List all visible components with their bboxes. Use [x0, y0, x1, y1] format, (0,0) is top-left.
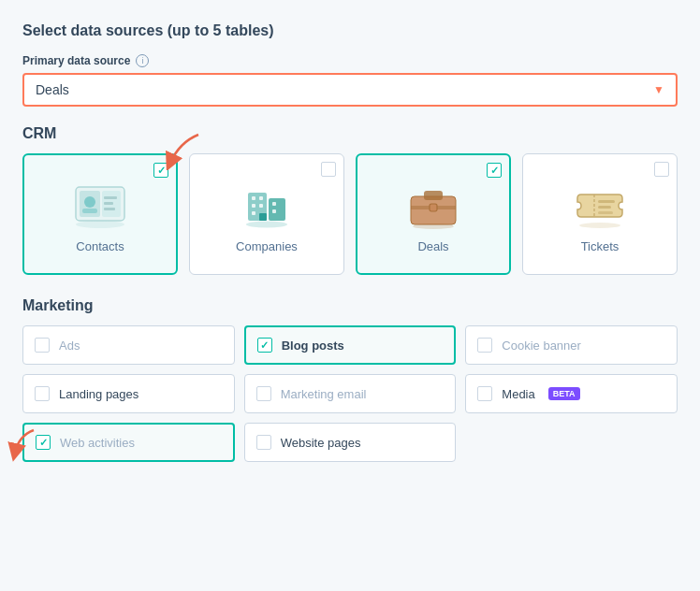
svg-rect-15	[252, 211, 255, 215]
marketing-item-marketing-email[interactable]: Marketing email	[244, 374, 457, 413]
svg-rect-13	[252, 204, 255, 208]
svg-rect-27	[598, 200, 615, 203]
marketing-item-media[interactable]: Media BETA	[465, 374, 678, 413]
svg-rect-18	[259, 213, 267, 221]
marketing-item-website-pages[interactable]: Website pages	[244, 423, 457, 462]
svg-point-19	[246, 221, 287, 227]
marketing-section: Marketing Ads Blog posts Cookie banner	[22, 297, 678, 462]
svg-rect-7	[104, 208, 115, 210]
crm-cards-grid: Contacts	[22, 153, 678, 275]
svg-rect-12	[259, 196, 263, 200]
cookie-banner-checkbox[interactable]	[477, 338, 492, 353]
ads-label: Ads	[59, 339, 80, 353]
svg-rect-24	[430, 204, 437, 211]
website-pages-checkbox[interactable]	[256, 435, 271, 450]
page-title: Select data sources (up to 5 tables)	[22, 22, 678, 39]
contacts-icon	[66, 176, 134, 232]
deals-label: Deals	[417, 239, 448, 253]
landing-pages-checkbox[interactable]	[35, 386, 50, 401]
beta-badge: BETA	[548, 387, 580, 400]
crm-card-contacts[interactable]: Contacts	[22, 153, 178, 275]
svg-rect-11	[252, 196, 255, 200]
marketing-item-ads[interactable]: Ads	[22, 325, 235, 365]
landing-pages-label: Landing pages	[59, 387, 139, 401]
deals-checkbox[interactable]	[487, 163, 502, 178]
svg-rect-4	[82, 209, 97, 213]
svg-point-3	[84, 196, 95, 208]
contacts-label: Contacts	[76, 239, 124, 253]
tickets-label: Tickets	[581, 239, 620, 253]
crm-heading: CRM	[22, 125, 678, 142]
contacts-checkbox[interactable]	[153, 163, 168, 178]
tickets-checkbox[interactable]	[654, 162, 669, 177]
svg-rect-29	[598, 211, 613, 214]
marketing-item-blog-posts[interactable]: Blog posts	[244, 325, 457, 365]
crm-section: CRM	[22, 125, 678, 275]
marketing-row-3: Web activities Website pages	[22, 423, 678, 462]
media-label: Media	[502, 387, 534, 401]
svg-rect-16	[272, 202, 276, 206]
companies-icon	[233, 176, 300, 232]
svg-rect-14	[259, 204, 263, 208]
marketing-item-landing-pages[interactable]: Landing pages	[22, 374, 235, 413]
page-container: Select data sources (up to 5 tables) Pri…	[22, 22, 678, 462]
svg-rect-22	[424, 191, 443, 200]
crm-card-tickets[interactable]: Tickets	[522, 153, 678, 275]
deals-icon	[400, 176, 467, 232]
primary-source-select-wrapper: Deals Contacts Companies Tickets ▼	[22, 73, 678, 107]
marketing-email-label: Marketing email	[281, 387, 367, 401]
svg-point-8	[76, 221, 124, 228]
primary-source-label: Primary data source	[22, 54, 130, 67]
web-activities-checkbox[interactable]	[36, 435, 51, 450]
crm-card-deals[interactable]: Deals	[356, 153, 511, 275]
marketing-email-checkbox[interactable]	[256, 386, 271, 401]
media-checkbox[interactable]	[477, 386, 492, 401]
companies-label: Companies	[236, 239, 298, 253]
primary-source-section: Primary data source i Deals Contacts Com…	[22, 54, 678, 107]
tickets-icon	[566, 176, 634, 232]
cookie-banner-label: Cookie banner	[502, 339, 581, 353]
info-icon[interactable]: i	[136, 54, 149, 67]
blog-posts-label: Blog posts	[282, 339, 344, 353]
svg-rect-5	[104, 196, 117, 199]
companies-checkbox[interactable]	[321, 162, 336, 177]
svg-point-25	[413, 223, 454, 229]
primary-source-select[interactable]: Deals Contacts Companies Tickets	[24, 75, 676, 105]
marketing-row-3-empty	[465, 423, 678, 462]
ads-checkbox[interactable]	[35, 338, 50, 353]
svg-point-30	[579, 223, 620, 228]
marketing-row-2: Landing pages Marketing email Media BETA	[22, 374, 678, 413]
marketing-row-1: Ads Blog posts Cookie banner	[22, 325, 678, 365]
svg-rect-28	[598, 206, 611, 209]
label-row: Primary data source i	[22, 54, 678, 67]
blog-posts-checkbox[interactable]	[257, 338, 272, 353]
website-pages-label: Website pages	[281, 436, 361, 450]
crm-card-companies[interactable]: Companies	[189, 153, 344, 275]
svg-rect-17	[272, 209, 276, 213]
svg-rect-10	[269, 198, 285, 221]
web-activities-label: Web activities	[60, 436, 135, 450]
marketing-item-web-activities[interactable]: Web activities	[22, 423, 235, 462]
marketing-item-cookie-banner[interactable]: Cookie banner	[465, 325, 678, 365]
marketing-heading: Marketing	[22, 297, 678, 314]
svg-rect-6	[104, 202, 113, 205]
